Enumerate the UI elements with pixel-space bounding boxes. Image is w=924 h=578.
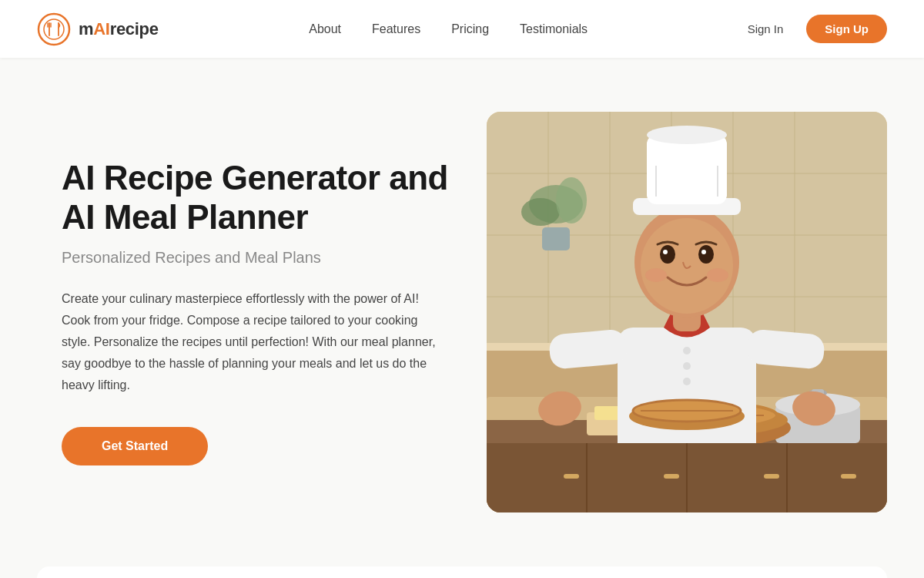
nav-links: About Features Pricing Testimonials [309, 22, 588, 36]
nav-item-pricing[interactable]: Pricing [451, 22, 489, 36]
svg-point-0 [38, 14, 69, 45]
svg-point-61 [521, 198, 560, 226]
nav-item-testimonials[interactable]: Testimonials [520, 22, 588, 36]
svg-point-50 [698, 245, 714, 264]
nav-link-features[interactable]: Features [372, 22, 420, 35]
svg-point-52 [701, 250, 706, 254]
hero-section: AI Recipe Generator and AI Meal Planner … [0, 58, 924, 566]
svg-point-36 [683, 362, 691, 370]
svg-rect-71 [841, 474, 856, 479]
svg-rect-70 [764, 474, 779, 479]
logo-text: mAIrecipe [79, 19, 159, 39]
navbar: mAIrecipe About Features Pricing Testimo… [0, 0, 924, 58]
nav-item-features[interactable]: Features [372, 22, 420, 36]
svg-rect-40 [745, 328, 825, 370]
get-started-button[interactable]: Get Started [62, 427, 208, 465]
nav-actions: Sign In Sign Up [738, 15, 887, 43]
nav-link-testimonials[interactable]: Testimonials [520, 22, 588, 35]
hero-image-wrap [474, 112, 887, 512]
chef-illustration [487, 112, 887, 512]
svg-point-35 [683, 347, 691, 355]
hero-content: AI Recipe Generator and AI Meal Planner … [62, 159, 458, 465]
hero-subtitle: Personalized Recipes and Meal Plans [62, 249, 458, 267]
svg-rect-68 [564, 474, 579, 479]
hero-illustration [487, 112, 887, 512]
svg-point-51 [663, 250, 668, 254]
nav-link-pricing[interactable]: Pricing [451, 22, 489, 35]
sign-in-button[interactable]: Sign In [738, 16, 793, 42]
svg-point-62 [556, 177, 587, 223]
svg-rect-69 [664, 474, 679, 479]
hero-title: AI Recipe Generator and AI Meal Planner [62, 159, 458, 237]
logo-link[interactable]: mAIrecipe [37, 12, 159, 46]
hero-description: Create your culinary masterpiece effortl… [62, 288, 447, 396]
svg-point-1 [44, 19, 64, 39]
svg-rect-56 [647, 135, 727, 204]
svg-rect-63 [542, 227, 570, 250]
svg-rect-38 [548, 328, 628, 370]
logo-icon [37, 12, 71, 46]
svg-point-54 [707, 268, 728, 282]
svg-point-37 [683, 378, 691, 385]
svg-point-53 [645, 268, 667, 282]
svg-point-49 [660, 245, 675, 264]
nav-link-about[interactable]: About [309, 22, 341, 35]
svg-point-48 [641, 218, 733, 314]
nav-item-about[interactable]: About [309, 22, 341, 36]
bottom-section-hint [37, 566, 887, 578]
sign-up-button[interactable]: Sign Up [806, 15, 887, 43]
svg-point-57 [647, 126, 727, 144]
